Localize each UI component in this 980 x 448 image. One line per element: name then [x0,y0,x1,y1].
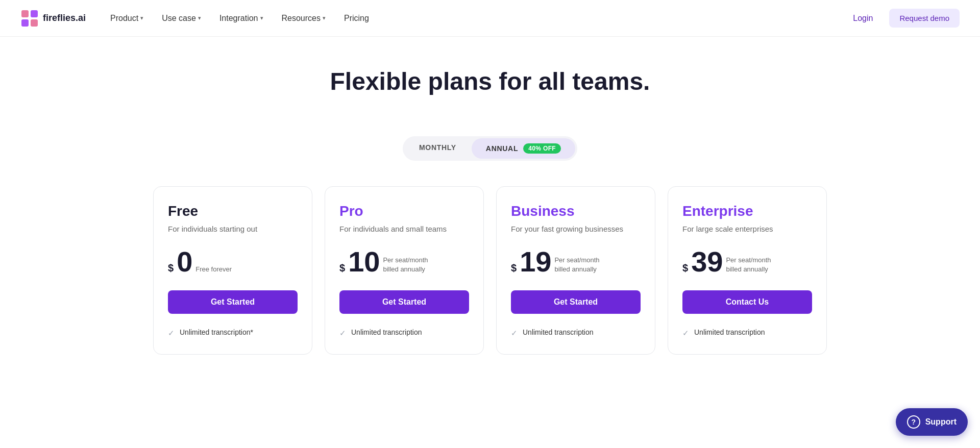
business-feature-0: ✓ Unlimited transcription [511,328,641,338]
nav-use-case[interactable]: Use case ▾ [154,10,209,27]
toggle-container: MONTHLY ANNUAL 40% OFF [403,136,577,161]
nav-links: Product ▾ Use case ▾ Integration ▾ Resou… [102,10,845,27]
plan-billing-enterprise: Per seat/month billed annually [726,256,772,274]
plan-card-pro: Pro For individuals and small teams $ 10… [325,186,484,355]
billing-toggle: MONTHLY ANNUAL 40% OFF [0,136,980,161]
logo-text: fireflies.ai [43,13,86,23]
check-icon: ✓ [682,329,689,338]
nav-product[interactable]: Product ▾ [102,10,152,27]
plan-billing-business: Per seat/month billed annually [554,256,600,274]
plan-card-business: Business For your fast growing businesse… [496,186,655,355]
check-icon: ✓ [168,329,175,338]
plan-name-pro: Pro [339,203,469,219]
plan-name-business: Business [511,203,641,219]
plan-price-pro: $ 10 Per seat/month billed annually [339,247,469,276]
plan-billing-pro: Per seat/month billed annually [383,256,429,274]
pro-feature-0: ✓ Unlimited transcription [339,328,469,338]
plan-amount-business: 19 [520,247,551,276]
free-cta-button[interactable]: Get Started [168,290,298,314]
svg-rect-0 [21,10,29,17]
plan-name-free: Free [168,203,298,219]
nav-actions: Login Request demo [845,9,960,28]
svg-rect-1 [31,10,38,17]
plan-price-business: $ 19 Per seat/month billed annually [511,247,641,276]
resources-chevron-icon: ▾ [323,15,326,21]
plan-amount-enterprise: 39 [691,247,723,276]
plan-currency-enterprise: $ [682,262,688,274]
plan-currency-business: $ [511,262,517,274]
plan-desc-enterprise: For large scale enterprises [682,225,812,233]
check-icon: ✓ [339,329,346,338]
enterprise-features: ✓ Unlimited transcription [682,328,812,338]
product-chevron-icon: ▾ [140,15,143,21]
integration-chevron-icon: ▾ [260,15,263,21]
plan-currency-free: $ [168,262,174,274]
free-features: ✓ Unlimited transcription* [168,328,298,338]
plan-card-free: Free For individuals starting out $ 0 Fr… [153,186,312,355]
logo-icon [20,9,39,28]
annual-toggle[interactable]: ANNUAL 40% OFF [472,138,575,159]
business-features: ✓ Unlimited transcription [511,328,641,338]
plan-card-enterprise: Enterprise For large scale enterprises $… [668,186,827,355]
discount-badge: 40% OFF [523,143,561,154]
request-demo-button[interactable]: Request demo [889,9,960,28]
navbar: fireflies.ai Product ▾ Use case ▾ Integr… [0,0,980,37]
plan-currency-pro: $ [339,262,345,274]
use-case-chevron-icon: ▾ [198,15,201,21]
nav-resources[interactable]: Resources ▾ [274,10,334,27]
pro-features: ✓ Unlimited transcription [339,328,469,338]
nav-pricing[interactable]: Pricing [336,10,377,27]
plan-price-enterprise: $ 39 Per seat/month billed annually [682,247,812,276]
free-feature-0: ✓ Unlimited transcription* [168,328,298,338]
enterprise-cta-button[interactable]: Contact Us [682,290,812,314]
monthly-toggle[interactable]: MONTHLY [405,138,471,159]
logo[interactable]: fireflies.ai [20,9,86,28]
check-icon: ✓ [511,329,518,338]
hero-section: Flexible plans for all teams. [0,37,980,116]
pro-cta-button[interactable]: Get Started [339,290,469,314]
business-cta-button[interactable]: Get Started [511,290,641,314]
plan-amount-free: 0 [177,247,192,276]
nav-integration[interactable]: Integration ▾ [211,10,272,27]
hero-title: Flexible plans for all teams. [10,67,970,95]
plan-desc-pro: For individuals and small teams [339,225,469,233]
plan-desc-business: For your fast growing businesses [511,225,641,233]
svg-rect-2 [21,19,29,27]
plan-billing-free: Free forever [195,265,232,274]
plan-desc-free: For individuals starting out [168,225,298,233]
plan-price-free: $ 0 Free forever [168,247,298,276]
enterprise-feature-0: ✓ Unlimited transcription [682,328,812,338]
svg-rect-3 [31,19,38,27]
plan-amount-pro: 10 [348,247,380,276]
plans-grid: Free For individuals starting out $ 0 Fr… [133,186,847,385]
login-button[interactable]: Login [845,10,881,27]
plan-name-enterprise: Enterprise [682,203,812,219]
